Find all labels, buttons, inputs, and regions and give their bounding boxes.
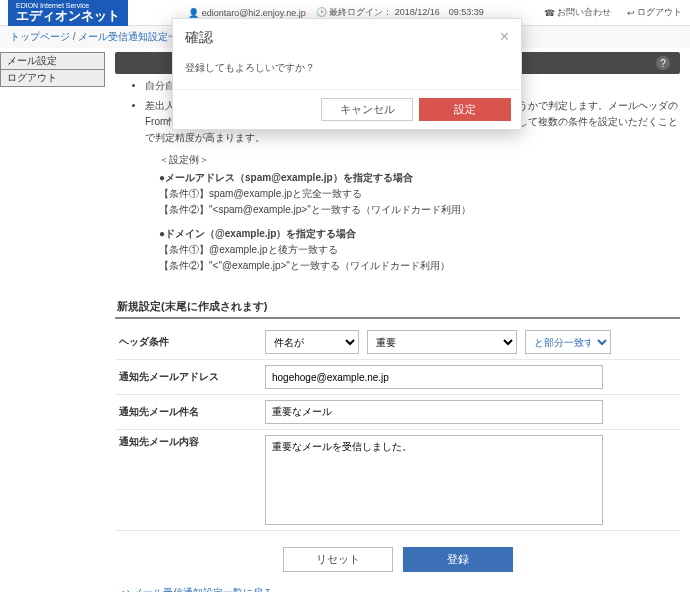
sidebar-item-logout[interactable]: ログアウト [0, 69, 105, 87]
confirm-dialog: 確認 × 登録してもよろしいですか？ キャンセル 設定 [172, 18, 522, 130]
new-setting-title: 新規設定(末尾に作成されます) [115, 296, 680, 319]
last-login-value: 2018/12/16 09:53:39 [395, 7, 484, 17]
user-icon: 👤 [188, 8, 199, 18]
select-header-value[interactable]: 重要 [367, 330, 517, 354]
input-notify-subject[interactable] [265, 400, 603, 424]
logout-link[interactable]: ↩ ログアウト [627, 6, 682, 19]
label-notify-address: 通知先メールアドレス [115, 370, 265, 384]
sidebar-item-mail-settings[interactable]: メール設定 [0, 52, 105, 70]
example-head: ＜設定例＞ [159, 152, 680, 168]
cancel-button[interactable]: キャンセル [321, 98, 413, 121]
example-case1-line: 【条件②】"<spam@example.jp>"と一致する（ワイルドカード利用） [159, 202, 680, 218]
select-header-field[interactable]: 件名が [265, 330, 359, 354]
last-login-label: 最終ログイン： [329, 7, 392, 17]
submit-button[interactable]: 登録 [403, 547, 513, 572]
example-case2-line: 【条件②】"<"@example.jp>"と一致する（ワイルドカード利用） [159, 258, 680, 274]
ok-button[interactable]: 設定 [419, 98, 511, 121]
back-links: ↩メール受信通知設定一覧に戻る ↩メール設定に戻る [115, 578, 680, 592]
brand-logo: EDION Internet Service エディオンネット [8, 0, 128, 26]
row-notify-subject: 通知先メール件名 [115, 395, 680, 430]
header-right: ☎ お問い合わせ ↩ ログアウト [544, 6, 682, 19]
arrow-icon: ↩ [121, 587, 129, 592]
close-icon[interactable]: × [500, 29, 509, 45]
contact-link[interactable]: ☎ お問い合わせ [544, 6, 611, 19]
example-case1-title: ●メールアドレス（spam@example.jp）を指定する場合 [159, 170, 680, 186]
row-notify-body: 通知先メール内容 重要なメールを受信しました。 [115, 430, 680, 531]
logout-icon: ↩ [627, 8, 635, 18]
logout-label: ログアウト [637, 6, 682, 19]
label-notify-subject: 通知先メール件名 [115, 405, 265, 419]
phone-icon: ☎ [544, 8, 555, 18]
dialog-body: 登録してもよろしいですか？ [173, 55, 521, 90]
breadcrumb-home[interactable]: トップページ [10, 31, 70, 42]
label-header-condition: ヘッダ条件 [115, 335, 265, 349]
dialog-title: 確認 [185, 29, 213, 47]
clock-icon: 🕒 [316, 7, 327, 17]
help-icon[interactable]: ? [656, 56, 670, 70]
example-case1-line: 【条件①】spam@example.jpと完全一致する [159, 186, 680, 202]
select-match-type[interactable]: と部分一致する [525, 330, 611, 354]
header-email-text: ediontaro@hi2.enjoy.ne.jp [202, 8, 306, 18]
textarea-notify-body[interactable]: 重要なメールを受信しました。 [265, 435, 603, 525]
row-notify-address: 通知先メールアドレス [115, 360, 680, 395]
contact-label: お問い合わせ [557, 6, 611, 19]
example-case2-title: ●ドメイン（@example.jp）を指定する場合 [159, 226, 680, 242]
sidebar: メール設定 ログアウト [0, 48, 105, 592]
label-notify-body: 通知先メール内容 [115, 435, 265, 449]
back-to-list-link[interactable]: ↩メール受信通知設定一覧に戻る [121, 586, 680, 592]
header-email: 👤 ediontaro@hi2.enjoy.ne.jp [188, 8, 306, 18]
brand-logo-bottom: エディオンネット [16, 8, 120, 23]
example-block: ＜設定例＞ ●メールアドレス（spam@example.jp）を指定する場合 【… [145, 152, 680, 274]
row-header-condition: ヘッダ条件 件名が 重要 と部分一致する [115, 325, 680, 360]
breadcrumb-sep: / [73, 31, 76, 42]
form-buttons: リセット 登録 [115, 531, 680, 578]
reset-button[interactable]: リセット [283, 547, 393, 572]
example-case2-line: 【条件①】@example.jpと後方一致する [159, 242, 680, 258]
input-notify-address[interactable] [265, 365, 603, 389]
